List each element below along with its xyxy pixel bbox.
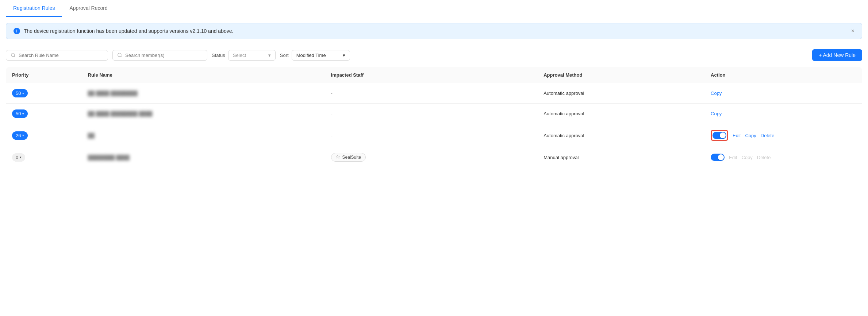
edit-button[interactable]: Edit bbox=[729, 155, 737, 160]
delete-button[interactable]: Delete bbox=[761, 133, 775, 138]
priority-badge[interactable]: 50 ▾ bbox=[12, 109, 28, 118]
delete-button[interactable]: Delete bbox=[757, 155, 771, 160]
svg-point-0 bbox=[11, 53, 15, 57]
action-cell: Copy bbox=[705, 83, 862, 104]
action-cell: Edit Copy Delete bbox=[705, 124, 862, 147]
action-area: Copy bbox=[711, 111, 856, 116]
priority-cell: 50 ▾ bbox=[6, 83, 82, 104]
tabs-bar: Registration Rules Approval Record bbox=[0, 0, 868, 17]
search-member-icon bbox=[117, 53, 122, 58]
impacted-staff-cell: - bbox=[325, 83, 538, 104]
info-icon: i bbox=[14, 28, 20, 34]
banner-text: The device registration function has bee… bbox=[24, 28, 233, 34]
sort-chevron-icon: ▾ bbox=[343, 53, 345, 58]
svg-line-3 bbox=[121, 56, 122, 57]
table-row: 0 ▾ ████████ ████ SealSuite Manual appro… bbox=[6, 147, 862, 168]
search-member-input[interactable] bbox=[125, 53, 203, 58]
info-banner: i The device registration function has b… bbox=[6, 23, 862, 39]
priority-cell: 26 ▾ bbox=[6, 124, 82, 147]
status-select-value: Select bbox=[233, 53, 246, 58]
priority-chevron-icon: ▾ bbox=[22, 112, 24, 116]
toggle-thumb bbox=[720, 132, 726, 138]
svg-point-2 bbox=[118, 53, 121, 57]
priority-value: 50 bbox=[16, 111, 21, 116]
toggle-highlight-border bbox=[711, 130, 728, 141]
users-icon bbox=[336, 155, 340, 159]
svg-line-1 bbox=[14, 56, 15, 57]
search-rule-wrap bbox=[6, 50, 108, 61]
impacted-staff-value: - bbox=[331, 133, 333, 138]
col-header-action: Action bbox=[705, 67, 862, 83]
priority-cell: 0 ▾ bbox=[6, 147, 82, 168]
approval-method-cell: Automatic approval bbox=[538, 83, 705, 104]
search-rule-input[interactable] bbox=[19, 53, 103, 58]
priority-badge[interactable]: 26 ▾ bbox=[12, 131, 28, 140]
table-wrap: Priority Rule Name Impacted Staff Approv… bbox=[0, 67, 868, 168]
priority-value: 50 bbox=[16, 90, 21, 96]
action-area: Edit Copy Delete bbox=[711, 154, 856, 161]
toggle-track bbox=[711, 154, 725, 161]
col-header-rule-name: Rule Name bbox=[82, 67, 325, 83]
search-rule-icon bbox=[11, 53, 16, 58]
tab-approval-record[interactable]: Approval Record bbox=[62, 0, 115, 17]
status-select[interactable]: Select ▾ bbox=[228, 50, 276, 61]
priority-badge[interactable]: 0 ▾ bbox=[12, 153, 25, 162]
table-header-row: Priority Rule Name Impacted Staff Approv… bbox=[6, 67, 862, 83]
banner-close-button[interactable]: × bbox=[851, 28, 854, 34]
enable-toggle[interactable] bbox=[713, 132, 726, 139]
col-header-approval-method: Approval Method bbox=[538, 67, 705, 83]
priority-badge[interactable]: 50 ▾ bbox=[12, 89, 28, 97]
toggle-thumb bbox=[718, 154, 724, 160]
rule-name-cell: ██ ████ ████████ bbox=[82, 83, 325, 104]
copy-button[interactable]: Copy bbox=[711, 90, 722, 96]
rule-name-cell: ████████ ████ bbox=[82, 147, 325, 168]
search-member-wrap bbox=[112, 50, 207, 61]
copy-button[interactable]: Copy bbox=[745, 133, 756, 138]
rules-table: Priority Rule Name Impacted Staff Approv… bbox=[6, 67, 862, 168]
rule-name-text: ██ ████ ████████ ████ bbox=[88, 111, 153, 116]
col-header-impacted-staff: Impacted Staff bbox=[325, 67, 538, 83]
col-header-priority: Priority bbox=[6, 67, 82, 83]
rule-name-text: ██ ████ ████████ bbox=[88, 90, 138, 96]
action-area: Edit Copy Delete bbox=[711, 130, 856, 141]
sort-wrap: Sort Modified Time ▾ bbox=[280, 50, 350, 61]
impacted-staff-cell: SealSuite bbox=[325, 147, 538, 168]
action-cell: Copy bbox=[705, 104, 862, 124]
priority-chevron-icon: ▾ bbox=[22, 92, 24, 95]
action-cell: Edit Copy Delete bbox=[705, 147, 862, 168]
status-chevron-icon: ▾ bbox=[268, 53, 271, 58]
enable-toggle[interactable] bbox=[711, 154, 725, 161]
page-container: Registration Rules Approval Record i The… bbox=[0, 0, 868, 316]
table-row: 26 ▾ ██ - Automatic approval bbox=[6, 124, 862, 147]
sealsuite-badge: SealSuite bbox=[331, 153, 366, 162]
rule-name-cell: ██ ████ ████████ ████ bbox=[82, 104, 325, 124]
approval-method-cell: Automatic approval bbox=[538, 124, 705, 147]
priority-chevron-icon: ▾ bbox=[20, 155, 22, 159]
table-row: 50 ▾ ██ ████ ████████ ████ - Automatic a… bbox=[6, 104, 862, 124]
sealsuite-label: SealSuite bbox=[342, 155, 361, 160]
approval-method-cell: Manual approval bbox=[538, 147, 705, 168]
status-wrap: Status Select ▾ bbox=[212, 50, 276, 61]
sort-select[interactable]: Modified Time ▾ bbox=[292, 50, 350, 61]
table-row: 50 ▾ ██ ████ ████████ - Automatic approv… bbox=[6, 83, 862, 104]
sort-label: Sort bbox=[280, 53, 289, 58]
svg-point-4 bbox=[337, 156, 338, 157]
impacted-staff-cell: - bbox=[325, 104, 538, 124]
priority-chevron-icon: ▾ bbox=[22, 134, 24, 137]
impacted-staff-value: - bbox=[331, 90, 333, 96]
toggle-track bbox=[713, 132, 726, 139]
add-new-rule-button[interactable]: + Add New Rule bbox=[812, 49, 862, 61]
tab-registration-rules[interactable]: Registration Rules bbox=[6, 0, 62, 17]
priority-cell: 50 ▾ bbox=[6, 104, 82, 124]
approval-method-cell: Automatic approval bbox=[538, 104, 705, 124]
banner-left: i The device registration function has b… bbox=[14, 28, 233, 34]
copy-button[interactable]: Copy bbox=[741, 155, 752, 160]
copy-button[interactable]: Copy bbox=[711, 111, 722, 116]
impacted-staff-value: - bbox=[331, 111, 333, 116]
sort-select-value: Modified Time bbox=[296, 53, 326, 58]
priority-value: 0 bbox=[16, 155, 18, 160]
filter-bar: Status Select ▾ Sort Modified Time ▾ + A… bbox=[0, 45, 868, 65]
rule-name-text: ████████ ████ bbox=[88, 155, 130, 160]
edit-button[interactable]: Edit bbox=[733, 133, 741, 138]
rule-name-text: ██ bbox=[88, 133, 95, 138]
